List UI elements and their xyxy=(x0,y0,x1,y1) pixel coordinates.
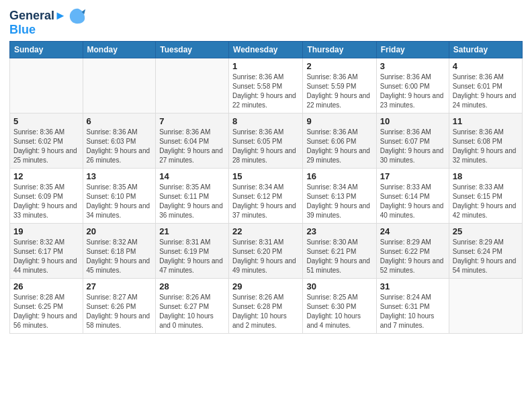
weekday-header-monday: Monday xyxy=(83,42,156,58)
calendar-week-5: 26Sunrise: 8:28 AM Sunset: 6:25 PM Dayli… xyxy=(10,279,523,334)
day-number: 20 xyxy=(87,226,152,236)
calendar-cell: 13Sunrise: 8:35 AM Sunset: 6:10 PM Dayli… xyxy=(83,169,156,224)
calendar-cell: 10Sunrise: 8:36 AM Sunset: 6:07 PM Dayli… xyxy=(376,113,449,169)
calendar-table: SundayMondayTuesdayWednesdayThursdayFrid… xyxy=(9,41,523,334)
calendar-cell: 18Sunrise: 8:33 AM Sunset: 6:15 PM Dayli… xyxy=(449,169,522,224)
day-info: Sunrise: 8:31 AM Sunset: 6:19 PM Dayligh… xyxy=(159,238,225,275)
day-number: 11 xyxy=(453,116,519,126)
day-info: Sunrise: 8:27 AM Sunset: 6:26 PM Dayligh… xyxy=(87,293,152,330)
day-info: Sunrise: 8:36 AM Sunset: 6:01 PM Dayligh… xyxy=(453,73,519,110)
weekday-header-sunday: Sunday xyxy=(10,42,83,58)
day-info: Sunrise: 8:32 AM Sunset: 6:18 PM Dayligh… xyxy=(87,238,152,275)
calendar-cell: 16Sunrise: 8:34 AM Sunset: 6:13 PM Dayli… xyxy=(303,169,376,224)
day-number: 31 xyxy=(380,281,445,291)
calendar-cell: 5Sunrise: 8:36 AM Sunset: 6:02 PM Daylig… xyxy=(10,113,83,169)
calendar-cell: 26Sunrise: 8:28 AM Sunset: 6:25 PM Dayli… xyxy=(10,279,83,334)
day-info: Sunrise: 8:24 AM Sunset: 6:31 PM Dayligh… xyxy=(380,293,445,330)
weekday-header-tuesday: Tuesday xyxy=(156,42,229,58)
calendar-week-2: 5Sunrise: 8:36 AM Sunset: 6:02 PM Daylig… xyxy=(10,113,523,169)
calendar-cell: 19Sunrise: 8:32 AM Sunset: 6:17 PM Dayli… xyxy=(10,224,83,279)
calendar-cell: 4Sunrise: 8:36 AM Sunset: 6:01 PM Daylig… xyxy=(449,58,522,113)
calendar-cell: 31Sunrise: 8:24 AM Sunset: 6:31 PM Dayli… xyxy=(376,279,449,334)
calendar-week-3: 12Sunrise: 8:35 AM Sunset: 6:09 PM Dayli… xyxy=(10,169,523,224)
calendar-cell xyxy=(156,58,229,113)
day-info: Sunrise: 8:36 AM Sunset: 6:05 PM Dayligh… xyxy=(232,128,299,165)
day-number: 14 xyxy=(159,171,225,181)
day-info: Sunrise: 8:28 AM Sunset: 6:25 PM Dayligh… xyxy=(13,293,79,330)
calendar-cell: 27Sunrise: 8:27 AM Sunset: 6:26 PM Dayli… xyxy=(83,279,156,334)
day-number: 4 xyxy=(453,61,519,71)
day-number: 30 xyxy=(306,281,372,291)
logo-icon xyxy=(68,7,87,26)
calendar-cell: 20Sunrise: 8:32 AM Sunset: 6:18 PM Dayli… xyxy=(83,224,156,279)
calendar-week-1: 1Sunrise: 8:36 AM Sunset: 5:58 PM Daylig… xyxy=(10,58,523,113)
calendar-cell: 30Sunrise: 8:25 AM Sunset: 6:30 PM Dayli… xyxy=(303,279,376,334)
day-number: 15 xyxy=(232,171,299,181)
day-info: Sunrise: 8:29 AM Sunset: 6:24 PM Dayligh… xyxy=(453,238,519,275)
day-info: Sunrise: 8:36 AM Sunset: 6:06 PM Dayligh… xyxy=(306,128,372,165)
day-number: 5 xyxy=(13,116,79,126)
day-info: Sunrise: 8:26 AM Sunset: 6:27 PM Dayligh… xyxy=(159,293,225,330)
calendar-cell: 8Sunrise: 8:36 AM Sunset: 6:05 PM Daylig… xyxy=(229,113,303,169)
day-info: Sunrise: 8:34 AM Sunset: 6:13 PM Dayligh… xyxy=(306,183,372,220)
calendar-cell xyxy=(10,58,83,113)
calendar-cell: 24Sunrise: 8:29 AM Sunset: 6:22 PM Dayli… xyxy=(376,224,449,279)
day-number: 1 xyxy=(232,61,299,71)
day-info: Sunrise: 8:35 AM Sunset: 6:11 PM Dayligh… xyxy=(159,183,225,220)
calendar-cell: 11Sunrise: 8:36 AM Sunset: 6:08 PM Dayli… xyxy=(449,113,522,169)
calendar-cell: 15Sunrise: 8:34 AM Sunset: 6:12 PM Dayli… xyxy=(229,169,303,224)
calendar-cell xyxy=(83,58,156,113)
day-info: Sunrise: 8:33 AM Sunset: 6:15 PM Dayligh… xyxy=(453,183,519,220)
day-number: 26 xyxy=(13,281,79,291)
calendar-cell: 9Sunrise: 8:36 AM Sunset: 6:06 PM Daylig… xyxy=(303,113,376,169)
day-info: Sunrise: 8:36 AM Sunset: 6:00 PM Dayligh… xyxy=(380,73,445,110)
logo-text: General► xyxy=(9,9,66,23)
calendar-cell: 28Sunrise: 8:26 AM Sunset: 6:27 PM Dayli… xyxy=(156,279,229,334)
calendar-cell: 1Sunrise: 8:36 AM Sunset: 5:58 PM Daylig… xyxy=(229,58,303,113)
weekday-header-row: SundayMondayTuesdayWednesdayThursdayFrid… xyxy=(10,42,523,58)
day-info: Sunrise: 8:36 AM Sunset: 6:08 PM Dayligh… xyxy=(453,128,519,165)
day-number: 16 xyxy=(306,171,372,181)
day-number: 3 xyxy=(380,61,445,71)
calendar-cell: 3Sunrise: 8:36 AM Sunset: 6:00 PM Daylig… xyxy=(376,58,449,113)
day-info: Sunrise: 8:36 AM Sunset: 6:04 PM Dayligh… xyxy=(159,128,225,165)
calendar-cell: 23Sunrise: 8:30 AM Sunset: 6:21 PM Dayli… xyxy=(303,224,376,279)
day-number: 25 xyxy=(453,226,519,236)
day-info: Sunrise: 8:33 AM Sunset: 6:14 PM Dayligh… xyxy=(380,183,445,220)
calendar-cell: 21Sunrise: 8:31 AM Sunset: 6:19 PM Dayli… xyxy=(156,224,229,279)
day-info: Sunrise: 8:36 AM Sunset: 5:59 PM Dayligh… xyxy=(306,73,372,110)
day-number: 10 xyxy=(380,116,445,126)
calendar-cell: 14Sunrise: 8:35 AM Sunset: 6:11 PM Dayli… xyxy=(156,169,229,224)
calendar-cell: 17Sunrise: 8:33 AM Sunset: 6:14 PM Dayli… xyxy=(376,169,449,224)
day-number: 12 xyxy=(13,171,79,181)
logo: General► Blue xyxy=(9,7,87,37)
header: General► Blue xyxy=(9,7,523,37)
day-info: Sunrise: 8:35 AM Sunset: 6:09 PM Dayligh… xyxy=(13,183,79,220)
day-info: Sunrise: 8:25 AM Sunset: 6:30 PM Dayligh… xyxy=(306,293,372,330)
page-container: General► Blue SundayMondayTuesdayWednesd… xyxy=(0,0,532,411)
day-info: Sunrise: 8:35 AM Sunset: 6:10 PM Dayligh… xyxy=(87,183,152,220)
day-info: Sunrise: 8:34 AM Sunset: 6:12 PM Dayligh… xyxy=(232,183,299,220)
calendar-week-4: 19Sunrise: 8:32 AM Sunset: 6:17 PM Dayli… xyxy=(10,224,523,279)
weekday-header-friday: Friday xyxy=(376,42,449,58)
day-info: Sunrise: 8:36 AM Sunset: 5:58 PM Dayligh… xyxy=(232,73,299,110)
day-number: 22 xyxy=(232,226,299,236)
calendar-cell: 7Sunrise: 8:36 AM Sunset: 6:04 PM Daylig… xyxy=(156,113,229,169)
day-info: Sunrise: 8:30 AM Sunset: 6:21 PM Dayligh… xyxy=(306,238,372,275)
day-number: 13 xyxy=(87,171,152,181)
day-number: 29 xyxy=(232,281,299,291)
calendar-cell: 25Sunrise: 8:29 AM Sunset: 6:24 PM Dayli… xyxy=(449,224,522,279)
day-info: Sunrise: 8:36 AM Sunset: 6:07 PM Dayligh… xyxy=(380,128,445,165)
calendar-cell: 12Sunrise: 8:35 AM Sunset: 6:09 PM Dayli… xyxy=(10,169,83,224)
day-number: 18 xyxy=(453,171,519,181)
day-info: Sunrise: 8:32 AM Sunset: 6:17 PM Dayligh… xyxy=(13,238,79,275)
day-info: Sunrise: 8:29 AM Sunset: 6:22 PM Dayligh… xyxy=(380,238,445,275)
day-number: 28 xyxy=(159,281,225,291)
day-number: 9 xyxy=(306,116,372,126)
day-number: 6 xyxy=(87,116,152,126)
calendar-cell: 2Sunrise: 8:36 AM Sunset: 5:59 PM Daylig… xyxy=(303,58,376,113)
day-number: 8 xyxy=(232,116,299,126)
day-number: 19 xyxy=(13,226,79,236)
calendar-cell: 29Sunrise: 8:26 AM Sunset: 6:28 PM Dayli… xyxy=(229,279,303,334)
calendar-cell xyxy=(449,279,522,334)
